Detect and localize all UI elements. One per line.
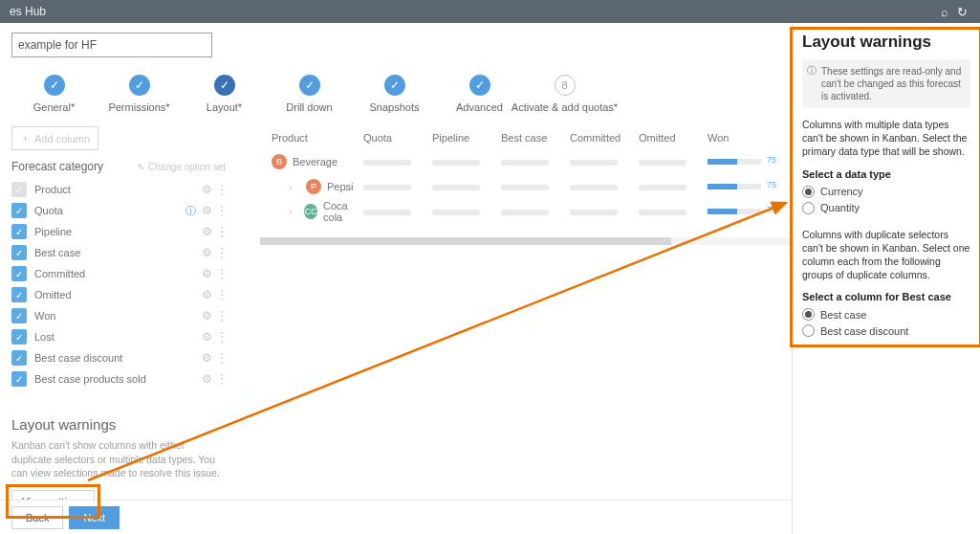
category-label: Committed xyxy=(34,268,202,279)
step-activateaddquotas[interactable]: 8Activate & add quotas* xyxy=(522,75,607,113)
gear-icon[interactable]: ⚙ xyxy=(202,372,212,386)
row-name: Pepsi xyxy=(327,181,354,192)
chevron-right-icon[interactable]: › xyxy=(289,206,298,217)
info-icon[interactable]: ⓘ xyxy=(185,204,196,218)
category-label: Pipeline xyxy=(34,226,202,237)
change-option-set-link[interactable]: ✎ Change option set xyxy=(137,162,226,172)
radio-label: Best case xyxy=(820,309,866,321)
category-label: Lost xyxy=(34,331,202,343)
column-header: Omitted xyxy=(639,132,708,144)
category-label: Best case discount xyxy=(34,352,202,364)
category-row[interactable]: Best case⚙⋮ xyxy=(11,242,226,263)
avatar: B xyxy=(272,154,287,169)
checkbox-icon[interactable] xyxy=(11,350,27,366)
category-label: Won xyxy=(34,310,202,322)
radio-bestcase[interactable]: Best case discount xyxy=(802,324,970,337)
highlight-view-settings xyxy=(6,484,100,519)
radio-icon[interactable] xyxy=(802,186,815,198)
column-header: Pipeline xyxy=(432,132,501,144)
step-permissions[interactable]: Permissions* xyxy=(97,75,182,113)
category-row[interactable]: Pipeline⚙⋮ xyxy=(11,221,226,242)
category-row[interactable]: Product⚙⋮ xyxy=(11,179,226,200)
checkbox-icon[interactable] xyxy=(11,245,27,260)
refresh-icon[interactable]: ↻ xyxy=(953,5,970,19)
step-layout[interactable]: Layout* xyxy=(182,75,267,113)
gear-icon[interactable]: ⚙ xyxy=(202,183,212,196)
radio-icon[interactable] xyxy=(802,308,815,321)
gear-icon[interactable]: ⚙ xyxy=(202,351,212,365)
more-icon[interactable]: ⋮ xyxy=(216,246,226,259)
checkbox-icon[interactable] xyxy=(11,329,27,345)
category-label: Best case products sold xyxy=(34,373,202,385)
layout-warnings-panel: Layout warnings These settings are read-… xyxy=(792,23,980,534)
more-icon[interactable]: ⋮ xyxy=(216,309,226,323)
more-icon[interactable]: ⋮ xyxy=(216,372,226,386)
app-topbar: es Hub ⌕ ↻ xyxy=(0,0,980,23)
forecast-category-header: Forecast category xyxy=(11,160,137,173)
column-header: Quota xyxy=(363,132,432,144)
panel-paragraph-2: Columns with duplicate selectors can't b… xyxy=(802,228,970,282)
step-drilldown[interactable]: Drill down xyxy=(267,75,352,113)
add-column-button[interactable]: ＋ Add column xyxy=(11,126,98,150)
checkbox-icon[interactable] xyxy=(11,182,27,197)
gear-icon[interactable]: ⚙ xyxy=(202,267,212,280)
radio-icon[interactable] xyxy=(802,202,815,214)
row-name: Coca cola xyxy=(323,200,363,223)
category-row[interactable]: Best case products sold⚙⋮ xyxy=(11,368,226,389)
more-icon[interactable]: ⋮ xyxy=(216,330,226,344)
gear-icon[interactable]: ⚙ xyxy=(202,225,212,238)
more-icon[interactable]: ⋮ xyxy=(216,183,226,196)
radio-label: Best case discount xyxy=(820,325,908,337)
checkbox-icon[interactable] xyxy=(11,203,27,218)
column-header: Best case xyxy=(501,132,570,144)
step-snapshots[interactable]: Snapshots xyxy=(352,75,437,113)
avatar: CC xyxy=(304,204,317,219)
panel-readonly-note: These settings are read-only and can't b… xyxy=(802,59,970,108)
row-name: Beverage xyxy=(293,156,338,167)
radio-bestcase[interactable]: Best case xyxy=(802,308,970,321)
forecast-name-input[interactable] xyxy=(11,33,212,57)
panel-title: Layout warnings xyxy=(802,33,970,52)
checkbox-icon[interactable] xyxy=(11,371,27,387)
more-icon[interactable]: ⋮ xyxy=(216,288,226,301)
layout-warnings-text: Kanban can't show columns with either du… xyxy=(11,438,226,480)
checkbox-icon[interactable] xyxy=(11,224,27,239)
checkbox-icon[interactable] xyxy=(11,308,27,323)
category-row[interactable]: Won⚙⋮ xyxy=(11,305,226,326)
gear-icon[interactable]: ⚙ xyxy=(202,309,212,323)
category-row[interactable]: Omitted⚙⋮ xyxy=(11,284,226,305)
column-header: Won xyxy=(708,132,776,144)
checkbox-icon[interactable] xyxy=(11,266,27,281)
category-label: Omitted xyxy=(34,289,202,300)
more-icon[interactable]: ⋮ xyxy=(216,204,226,217)
radio-icon[interactable] xyxy=(802,324,815,337)
gear-icon[interactable]: ⚙ xyxy=(202,288,212,301)
radio-label: Currency xyxy=(820,186,863,197)
gear-icon[interactable]: ⚙ xyxy=(202,204,212,217)
radio-datatype[interactable]: Currency xyxy=(802,186,970,198)
step-general[interactable]: General* xyxy=(11,75,97,113)
chevron-right-icon[interactable]: › xyxy=(289,181,300,192)
radio-datatype[interactable]: Quantity xyxy=(802,202,970,214)
more-icon[interactable]: ⋮ xyxy=(216,351,226,365)
category-label: Product xyxy=(34,184,202,195)
category-list: Product⚙⋮Quotaⓘ⚙⋮Pipeline⚙⋮Best case⚙⋮Co… xyxy=(11,179,226,389)
column-header: Committed xyxy=(570,132,639,144)
avatar: P xyxy=(306,179,321,194)
category-row[interactable]: Committed⚙⋮ xyxy=(11,263,226,284)
search-icon[interactable]: ⌕ xyxy=(936,5,953,19)
layout-warnings-heading: Layout warnings xyxy=(11,416,226,433)
checkbox-icon[interactable] xyxy=(11,287,27,302)
more-icon[interactable]: ⋮ xyxy=(216,225,226,238)
column-header: Product xyxy=(249,132,363,144)
category-label: Best case xyxy=(34,247,202,258)
add-column-label: Add column xyxy=(34,133,90,145)
gear-icon[interactable]: ⚙ xyxy=(202,246,212,259)
category-row[interactable]: Lost⚙⋮ xyxy=(11,326,226,347)
category-row[interactable]: Quotaⓘ⚙⋮ xyxy=(11,200,226,221)
step-advanced[interactable]: Advanced xyxy=(437,75,522,113)
more-icon[interactable]: ⋮ xyxy=(216,267,226,280)
gear-icon[interactable]: ⚙ xyxy=(202,330,212,344)
category-row[interactable]: Best case discount⚙⋮ xyxy=(11,347,226,368)
category-label: Quota xyxy=(34,205,185,216)
